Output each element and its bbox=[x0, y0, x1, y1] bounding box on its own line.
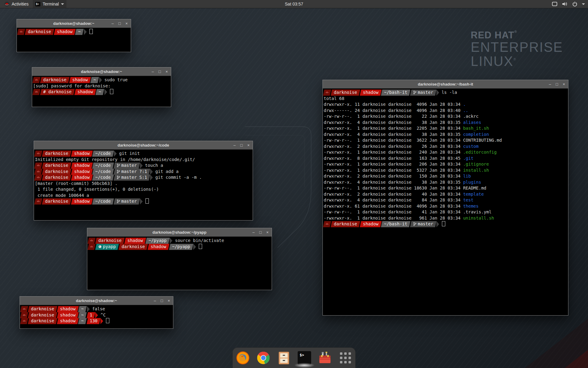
output-text: themes bbox=[463, 204, 479, 209]
command-text: git commit -a -m . bbox=[155, 175, 202, 180]
terminal-cursor bbox=[106, 318, 109, 323]
logo-line1: RED HAT bbox=[471, 30, 514, 40]
maximize-button[interactable]: □ bbox=[161, 297, 163, 305]
activities-button[interactable]: Activities bbox=[2, 0, 30, 8]
terminal-cursor bbox=[442, 221, 445, 226]
minimize-button[interactable]: – bbox=[252, 228, 254, 236]
command-text: ls -la bbox=[442, 90, 457, 95]
output-text: -rwxrwxr-x. 1 darknoise darknoise 5327 J… bbox=[324, 168, 463, 173]
terminal-line: drwxrwxr-x. 8 darknoise darknoise 163 Ja… bbox=[324, 155, 567, 162]
volume-icon[interactable] bbox=[562, 1, 568, 7]
window-titlebar[interactable]: darknoise@shadow:~ –□× bbox=[20, 297, 173, 305]
system-status-area[interactable] bbox=[552, 0, 586, 8]
prompt-segment-path: ~/bash-it bbox=[381, 221, 410, 227]
maximize-button[interactable]: □ bbox=[240, 141, 243, 149]
dock-item-toolbox[interactable] bbox=[318, 351, 332, 365]
top-bar: Activities $> Terminal Sat 03:57 bbox=[0, 0, 588, 8]
terminal-content[interactable]: darknoiseshadow~/codegit initInitialized… bbox=[34, 150, 253, 205]
prompt-segment-hat bbox=[323, 90, 331, 96]
close-button[interactable]: × bbox=[247, 141, 250, 149]
prompt-segment-path: ~ bbox=[78, 312, 87, 318]
maximize-button[interactable]: □ bbox=[556, 80, 558, 88]
maximize-button[interactable]: □ bbox=[159, 67, 161, 76]
terminal-window-exit-codes[interactable]: darknoise@shadow:~ –□× darknoiseshadow~f… bbox=[20, 296, 173, 329]
output-text: aliases bbox=[463, 120, 481, 125]
prompt-segment-hat bbox=[34, 198, 42, 205]
terminal-line: darknoiseshadow~/codemaster bbox=[35, 198, 252, 205]
maximize-button[interactable]: □ bbox=[119, 19, 121, 28]
dock-item-firefox[interactable] bbox=[236, 351, 250, 365]
minimize-button[interactable]: – bbox=[233, 141, 236, 149]
prompt-segment-exit: 1 bbox=[87, 312, 96, 318]
prompt-segment-hat bbox=[20, 306, 28, 312]
close-button[interactable]: × bbox=[165, 67, 168, 76]
prompt-chevron bbox=[99, 77, 102, 83]
minimize-button[interactable]: – bbox=[111, 19, 114, 28]
command-text: false bbox=[92, 306, 105, 311]
terminal-window-pyapp[interactable]: darknoise@shadow:~/pyapp –□× darknoisesh… bbox=[87, 228, 272, 290]
maximize-button[interactable]: □ bbox=[259, 228, 262, 236]
prompt-segment-host: shadow bbox=[71, 198, 93, 205]
git-branch-icon bbox=[117, 163, 120, 167]
window-titlebar[interactable]: darknoise@shadow:~/code –□× bbox=[34, 141, 253, 150]
close-button[interactable]: × bbox=[125, 19, 128, 28]
terminal-line: darknoiseshadow~130 bbox=[21, 318, 172, 324]
close-button[interactable]: × bbox=[266, 228, 269, 236]
output-text: drwxrwxr-x. 4 darknoise darknoise 38 Jan… bbox=[324, 120, 463, 125]
terminal-cursor bbox=[145, 198, 149, 204]
terminal-window-bash-it[interactable]: darknoise@shadow:~/bash-it –□× darknoise… bbox=[322, 80, 568, 316]
prompt-chevron bbox=[170, 238, 172, 244]
output-text: -rw-rw-r--. 1 darknoise darknoise 22 Jan… bbox=[324, 114, 463, 119]
git-branch-icon bbox=[413, 90, 417, 94]
window-selector-icon[interactable] bbox=[552, 2, 557, 6]
menu-caret-icon[interactable] bbox=[582, 3, 585, 5]
dock-item-files[interactable] bbox=[277, 351, 291, 365]
minimize-button[interactable]: – bbox=[152, 67, 154, 76]
terminal-content[interactable]: darknoiseshadow~ bbox=[17, 28, 131, 36]
power-icon[interactable] bbox=[572, 1, 578, 7]
prompt-segment-user: darknoise bbox=[95, 238, 125, 244]
toolbox-icon bbox=[318, 351, 332, 365]
output-text: -rwxrwxr-x. 1 darknoise darknoise 206 Ja… bbox=[324, 162, 463, 167]
app-menu-terminal[interactable]: $> Terminal bbox=[33, 0, 66, 8]
terminal-window-code[interactable]: darknoise@shadow:~/code –□× darknoisesha… bbox=[34, 141, 253, 220]
prompt-segment-path: ~ bbox=[96, 89, 104, 95]
window-titlebar[interactable]: darknoise@shadow:~/pyapp –□× bbox=[87, 228, 272, 237]
redhat-icon bbox=[36, 170, 40, 173]
redhat-icon bbox=[36, 163, 40, 167]
terminal-line: drwxrwxr-x. 4 darknoise darknoise 38 Jan… bbox=[324, 132, 567, 138]
terminal-content[interactable]: darknoiseshadow~sudo true[sudo] password… bbox=[32, 76, 171, 96]
output-text: -rw-rw-r--. 1 darknoise darknoise 3622 J… bbox=[324, 138, 463, 143]
dock-item-app-grid[interactable] bbox=[338, 351, 352, 365]
terminal-content[interactable]: darknoiseshadow~/pyappsource bin/activat… bbox=[87, 237, 272, 251]
output-text: -rw-rw-r--. 1 darknoise darknoise 18630 … bbox=[324, 186, 463, 190]
command-text: touch a bbox=[145, 163, 163, 168]
dock-item-chrome[interactable] bbox=[256, 351, 270, 365]
prompt-segment-path: ~/bash-it bbox=[381, 90, 410, 96]
clock[interactable]: Sat 03:57 bbox=[285, 0, 303, 8]
output-text: completion bbox=[463, 132, 489, 137]
window-titlebar[interactable]: darknoise@shadow:~/bash-it –□× bbox=[323, 80, 568, 89]
prompt-chevron bbox=[150, 169, 153, 175]
minimize-button[interactable]: – bbox=[154, 297, 156, 305]
terminal-window-home-small[interactable]: darknoise@shadow:~ –□× darknoiseshadow~ bbox=[17, 19, 131, 52]
output-text: .editorconfig bbox=[463, 150, 497, 155]
window-title: darknoise@shadow:~/pyapp bbox=[153, 230, 206, 235]
prompt-segment-path: ~/pyapp bbox=[145, 238, 170, 244]
terminal-line: create mode 100644 a bbox=[35, 193, 252, 199]
terminal-line: darknoiseshadow~ bbox=[18, 29, 130, 35]
prompt-segment-user: darknoise bbox=[28, 318, 57, 324]
window-titlebar[interactable]: darknoise@shadow:~ –□× bbox=[32, 67, 171, 76]
terminal-line: darknoiseshadow~/bash-itmaster bbox=[324, 221, 567, 227]
terminal-window-sudo[interactable]: darknoise@shadow:~ –□× darknoiseshadow~s… bbox=[32, 67, 171, 107]
close-button[interactable]: × bbox=[168, 297, 170, 305]
minimize-button[interactable]: – bbox=[549, 80, 551, 88]
terminal-line: drwxrwxr-x. 11 darknoise darknoise 4096 … bbox=[324, 102, 567, 108]
dock-item-terminal[interactable]: $> bbox=[297, 351, 311, 365]
close-button[interactable]: × bbox=[563, 80, 565, 88]
terminal-content[interactable]: darknoiseshadow~falsedarknoiseshadow~1^C… bbox=[20, 305, 173, 325]
redhat-icon bbox=[36, 175, 40, 179]
window-titlebar[interactable]: darknoise@shadow:~ –□× bbox=[17, 19, 131, 28]
command-text: ^C bbox=[100, 312, 106, 317]
terminal-content[interactable]: darknoiseshadow~/bash-itmasterls -latota… bbox=[323, 89, 568, 228]
